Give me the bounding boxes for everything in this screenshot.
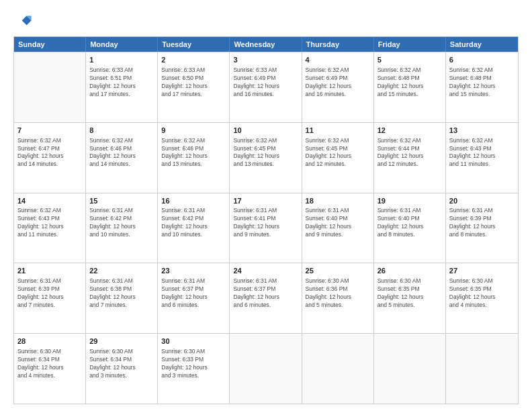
day-number: 12 bbox=[378, 126, 442, 136]
cal-cell: 11Sunrise: 6:32 AMSunset: 6:45 PMDayligh… bbox=[302, 123, 374, 193]
day-number: 4 bbox=[306, 55, 370, 65]
day-info: Sunrise: 6:32 AMSunset: 6:45 PMDaylight:… bbox=[233, 137, 298, 169]
week-row-4: 21Sunrise: 6:31 AMSunset: 6:39 PMDayligh… bbox=[14, 263, 518, 333]
cal-cell: 24Sunrise: 6:31 AMSunset: 6:37 PMDayligh… bbox=[230, 263, 302, 333]
cal-cell: 17Sunrise: 6:31 AMSunset: 6:41 PMDayligh… bbox=[230, 193, 302, 263]
cal-cell: 28Sunrise: 6:30 AMSunset: 6:34 PMDayligh… bbox=[14, 334, 86, 404]
day-info: Sunrise: 6:30 AMSunset: 6:33 PMDaylight:… bbox=[161, 348, 226, 380]
day-info: Sunrise: 6:31 AMSunset: 6:40 PMDaylight:… bbox=[306, 207, 370, 239]
day-number: 8 bbox=[89, 126, 154, 136]
day-number: 20 bbox=[449, 196, 515, 206]
day-info: Sunrise: 6:31 AMSunset: 6:41 PMDaylight:… bbox=[233, 207, 298, 239]
day-info: Sunrise: 6:30 AMSunset: 6:34 PMDaylight:… bbox=[17, 348, 82, 380]
day-info: Sunrise: 6:31 AMSunset: 6:39 PMDaylight:… bbox=[17, 277, 82, 310]
cal-cell: 14Sunrise: 6:32 AMSunset: 6:43 PMDayligh… bbox=[14, 193, 86, 263]
day-number: 16 bbox=[161, 196, 226, 206]
day-number: 26 bbox=[378, 266, 442, 276]
day-number: 24 bbox=[233, 266, 298, 276]
day-number: 7 bbox=[17, 126, 82, 136]
header-day-saturday: Saturday bbox=[446, 37, 518, 52]
day-number: 13 bbox=[449, 126, 515, 136]
day-info: Sunrise: 6:30 AMSunset: 6:34 PMDaylight:… bbox=[89, 348, 154, 380]
day-info: Sunrise: 6:31 AMSunset: 6:37 PMDaylight:… bbox=[233, 277, 298, 310]
cal-cell: 2Sunrise: 6:33 AMSunset: 6:50 PMDaylight… bbox=[158, 52, 230, 122]
day-number: 27 bbox=[449, 266, 515, 276]
header bbox=[13, 12, 519, 31]
cal-cell: 22Sunrise: 6:31 AMSunset: 6:38 PMDayligh… bbox=[86, 263, 158, 333]
day-number: 9 bbox=[161, 126, 226, 136]
day-number: 14 bbox=[17, 196, 82, 206]
cal-cell: 1Sunrise: 6:33 AMSunset: 6:51 PMDaylight… bbox=[86, 52, 158, 122]
cal-cell: 30Sunrise: 6:30 AMSunset: 6:33 PMDayligh… bbox=[158, 334, 230, 404]
cal-cell: 8Sunrise: 6:32 AMSunset: 6:46 PMDaylight… bbox=[86, 123, 158, 193]
day-info: Sunrise: 6:33 AMSunset: 6:50 PMDaylight:… bbox=[161, 66, 226, 99]
cal-cell bbox=[230, 334, 302, 404]
week-row-3: 14Sunrise: 6:32 AMSunset: 6:43 PMDayligh… bbox=[14, 193, 518, 263]
day-number: 1 bbox=[89, 55, 154, 65]
day-info: Sunrise: 6:32 AMSunset: 6:44 PMDaylight:… bbox=[378, 137, 442, 169]
header-day-monday: Monday bbox=[86, 37, 158, 52]
day-number: 15 bbox=[89, 196, 154, 206]
cal-cell: 25Sunrise: 6:30 AMSunset: 6:36 PMDayligh… bbox=[302, 263, 374, 333]
header-day-friday: Friday bbox=[374, 37, 446, 52]
cal-cell bbox=[14, 52, 86, 122]
cal-cell: 4Sunrise: 6:32 AMSunset: 6:49 PMDaylight… bbox=[302, 52, 374, 122]
header-day-thursday: Thursday bbox=[302, 37, 374, 52]
day-number: 29 bbox=[89, 336, 154, 347]
day-number: 25 bbox=[306, 266, 370, 276]
cal-cell bbox=[302, 334, 374, 404]
day-number: 18 bbox=[306, 196, 370, 206]
cal-cell: 10Sunrise: 6:32 AMSunset: 6:45 PMDayligh… bbox=[230, 123, 302, 193]
day-info: Sunrise: 6:33 AMSunset: 6:51 PMDaylight:… bbox=[89, 66, 154, 99]
cal-cell bbox=[374, 334, 446, 404]
cal-cell: 18Sunrise: 6:31 AMSunset: 6:40 PMDayligh… bbox=[302, 193, 374, 263]
day-info: Sunrise: 6:32 AMSunset: 6:43 PMDaylight:… bbox=[449, 137, 515, 169]
day-info: Sunrise: 6:32 AMSunset: 6:48 PMDaylight:… bbox=[449, 66, 515, 99]
cal-cell: 5Sunrise: 6:32 AMSunset: 6:48 PMDaylight… bbox=[374, 52, 446, 122]
day-info: Sunrise: 6:31 AMSunset: 6:42 PMDaylight:… bbox=[161, 207, 226, 239]
cal-cell: 7Sunrise: 6:32 AMSunset: 6:47 PMDaylight… bbox=[14, 123, 86, 193]
cal-cell: 20Sunrise: 6:31 AMSunset: 6:39 PMDayligh… bbox=[446, 193, 518, 263]
day-number: 6 bbox=[449, 55, 515, 65]
logo-icon bbox=[13, 12, 32, 31]
day-info: Sunrise: 6:30 AMSunset: 6:36 PMDaylight:… bbox=[306, 277, 370, 310]
day-number: 10 bbox=[233, 126, 298, 136]
day-info: Sunrise: 6:31 AMSunset: 6:39 PMDaylight:… bbox=[449, 207, 515, 239]
cal-cell: 15Sunrise: 6:31 AMSunset: 6:42 PMDayligh… bbox=[86, 193, 158, 263]
page: SundayMondayTuesdayWednesdayThursdayFrid… bbox=[0, 0, 532, 411]
cal-cell: 16Sunrise: 6:31 AMSunset: 6:42 PMDayligh… bbox=[158, 193, 230, 263]
day-info: Sunrise: 6:32 AMSunset: 6:47 PMDaylight:… bbox=[17, 137, 82, 169]
cal-cell: 6Sunrise: 6:32 AMSunset: 6:48 PMDaylight… bbox=[446, 52, 518, 122]
header-day-tuesday: Tuesday bbox=[158, 37, 230, 52]
day-number: 19 bbox=[378, 196, 442, 206]
day-info: Sunrise: 6:31 AMSunset: 6:37 PMDaylight:… bbox=[161, 277, 226, 310]
cal-cell: 23Sunrise: 6:31 AMSunset: 6:37 PMDayligh… bbox=[158, 263, 230, 333]
cal-cell: 12Sunrise: 6:32 AMSunset: 6:44 PMDayligh… bbox=[374, 123, 446, 193]
day-info: Sunrise: 6:31 AMSunset: 6:42 PMDaylight:… bbox=[89, 207, 154, 239]
week-row-2: 7Sunrise: 6:32 AMSunset: 6:47 PMDaylight… bbox=[14, 122, 518, 193]
day-info: Sunrise: 6:31 AMSunset: 6:38 PMDaylight:… bbox=[89, 277, 154, 310]
day-number: 23 bbox=[161, 266, 226, 276]
cal-cell bbox=[446, 334, 518, 404]
day-info: Sunrise: 6:32 AMSunset: 6:46 PMDaylight:… bbox=[89, 137, 154, 169]
cal-cell: 19Sunrise: 6:31 AMSunset: 6:40 PMDayligh… bbox=[374, 193, 446, 263]
cal-cell: 3Sunrise: 6:33 AMSunset: 6:49 PMDaylight… bbox=[230, 52, 302, 122]
day-number: 2 bbox=[161, 55, 226, 65]
day-info: Sunrise: 6:31 AMSunset: 6:40 PMDaylight:… bbox=[378, 207, 442, 239]
week-row-5: 28Sunrise: 6:30 AMSunset: 6:34 PMDayligh… bbox=[14, 333, 518, 404]
week-row-1: 1Sunrise: 6:33 AMSunset: 6:51 PMDaylight… bbox=[14, 52, 518, 122]
cal-cell: 27Sunrise: 6:30 AMSunset: 6:35 PMDayligh… bbox=[446, 263, 518, 333]
day-info: Sunrise: 6:32 AMSunset: 6:46 PMDaylight:… bbox=[161, 137, 226, 169]
day-number: 3 bbox=[233, 55, 298, 65]
cal-cell: 21Sunrise: 6:31 AMSunset: 6:39 PMDayligh… bbox=[14, 263, 86, 333]
day-info: Sunrise: 6:32 AMSunset: 6:43 PMDaylight:… bbox=[17, 207, 82, 239]
day-number: 11 bbox=[306, 126, 370, 136]
day-info: Sunrise: 6:32 AMSunset: 6:49 PMDaylight:… bbox=[306, 66, 370, 99]
day-number: 5 bbox=[378, 55, 442, 65]
calendar: SundayMondayTuesdayWednesdayThursdayFrid… bbox=[13, 36, 519, 404]
day-info: Sunrise: 6:32 AMSunset: 6:45 PMDaylight:… bbox=[306, 137, 370, 169]
cal-cell: 29Sunrise: 6:30 AMSunset: 6:34 PMDayligh… bbox=[86, 334, 158, 404]
day-number: 17 bbox=[233, 196, 298, 206]
calendar-body: 1Sunrise: 6:33 AMSunset: 6:51 PMDaylight… bbox=[14, 52, 518, 404]
day-info: Sunrise: 6:30 AMSunset: 6:35 PMDaylight:… bbox=[378, 277, 442, 310]
